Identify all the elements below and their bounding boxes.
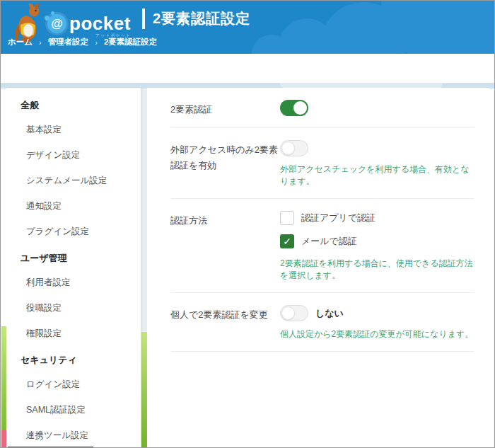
breadcrumb: ホーム › 管理者設定 › 2要素認証設定: [8, 37, 157, 47]
sidebar-item-design-settings[interactable]: デザイン設定: [6, 143, 141, 168]
setting-label: 認証方法: [170, 211, 280, 282]
sidebar-section-general: 全般: [6, 92, 141, 117]
setting-row-external-access: 外部アクセス時のみ2要素認証を有効 外部アクセスチェックを利用する場合、有効とな…: [170, 128, 474, 199]
setting-label: 外部アクセス時のみ2要素認証を有効: [170, 140, 280, 188]
toggle-state-label: しない: [315, 307, 344, 320]
external-access-toggle[interactable]: [280, 140, 308, 156]
app-window: @ pocket アットポケット 2要素認証設定 ホーム › 管理者設定 › 2…: [0, 0, 495, 448]
sidebar-item-integration-tool-settings[interactable]: 連携ツール設定: [6, 423, 141, 448]
setting-help-text: 2要素認証を利用する場合に、使用できる認証方法を選択します。: [280, 258, 474, 282]
setting-row-personal-change: 個人で2要素認証を変更 しない 個人設定から2要素認証の変更が可能になります。: [170, 293, 474, 352]
grass-decoration: [141, 332, 147, 447]
at-symbol-icon: @: [47, 14, 66, 33]
title-accent-bar: [142, 8, 145, 29]
breadcrumb-home[interactable]: ホーム: [8, 37, 33, 47]
checkmark-icon: ✓: [283, 236, 291, 247]
sidebar-item-notification-settings[interactable]: 通知設定: [6, 194, 141, 219]
content-area: 全般 基本設定 デザイン設定 システムメール設定 通知設定 プラグイン設定 ユー…: [1, 83, 494, 447]
toggle-knob: [293, 101, 307, 115]
sidebar-item-plugin-settings[interactable]: プラグイン設定: [6, 219, 141, 245]
sidebar-section-user-management: ユーザ管理: [6, 245, 141, 270]
checkbox-unchecked[interactable]: [280, 211, 294, 225]
breadcrumb-admin-settings[interactable]: 管理者設定: [48, 37, 89, 47]
brand-name: pocket: [69, 14, 131, 33]
settings-panel: 2要素認証 外部アクセス時のみ2要素認証を有効 外部アクセスチェックを利用する場…: [147, 88, 489, 447]
page-title-block: 2要素認証設定: [142, 8, 250, 29]
sidebar-item-basic-settings[interactable]: 基本設定: [6, 117, 141, 143]
sidebar-item-saml-settings[interactable]: SAML認証設定: [6, 398, 141, 423]
toolbar-band: [1, 54, 494, 83]
sidebar-item-permission-settings[interactable]: 権限設定: [6, 321, 141, 347]
chevron-right-icon: ›: [39, 38, 42, 47]
bubble-dot-icon: [45, 16, 50, 21]
setting-row-auth-method: 認証方法 認証アプリで認証 ✓ メールで認証 2要素認証を利用する場合に、使用で…: [170, 199, 474, 293]
checkbox-checked[interactable]: ✓: [280, 234, 294, 248]
page-title: 2要素認証設定: [153, 9, 250, 28]
sidebar-section-security: セキュリティ: [6, 347, 141, 372]
setting-row-2fa: 2要素認証: [170, 88, 474, 128]
sidebar-item-user-settings[interactable]: 利用者設定: [6, 270, 141, 296]
personal-change-toggle[interactable]: [280, 305, 308, 321]
header: @ pocket アットポケット 2要素認証設定 ホーム › 管理者設定 › 2…: [1, 1, 494, 54]
chevron-right-icon: ›: [95, 38, 98, 47]
sidebar-item-system-mail-settings[interactable]: システムメール設定: [6, 168, 141, 194]
checkbox-label: 認証アプリで認証: [301, 212, 375, 224]
setting-help-text: 外部アクセスチェックを利用する場合、有効となります。: [280, 163, 474, 188]
auth-app-checkbox-option[interactable]: 認証アプリで認証: [280, 211, 474, 225]
2fa-toggle[interactable]: [280, 100, 308, 116]
setting-label: 個人で2要素認証を変更: [170, 305, 280, 340]
sidebar-item-login-settings[interactable]: ログイン設定: [6, 372, 141, 398]
grass-decoration: [1, 326, 6, 447]
toggle-knob: [281, 306, 295, 320]
setting-help-text: 個人設定から2要素認証の変更が可能になります。: [280, 328, 474, 340]
setting-label: 2要素認証: [170, 100, 280, 117]
toggle-knob: [281, 142, 295, 155]
checkbox-label: メールで認証: [301, 235, 357, 248]
sidebar-item-role-settings[interactable]: 役職設定: [6, 296, 141, 321]
bubble-dot-icon: [51, 11, 54, 15]
breadcrumb-current-page: 2要素認証設定: [104, 37, 157, 47]
mail-auth-checkbox-option[interactable]: ✓ メールで認証: [280, 234, 474, 248]
flower-decoration: [1, 430, 6, 447]
settings-sidebar: 全般 基本設定 デザイン設定 システムメール設定 通知設定 プラグイン設定 ユー…: [6, 88, 141, 447]
brand-wordmark: @ pocket アットポケット: [47, 14, 131, 33]
